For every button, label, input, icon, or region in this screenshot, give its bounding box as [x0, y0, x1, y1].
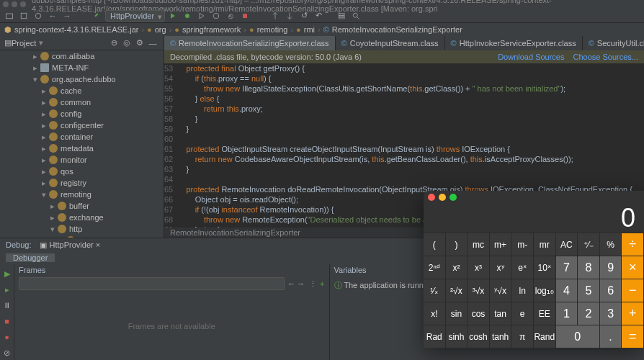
calc-key-m[interactable]: m+: [490, 233, 512, 256]
rerun-icon[interactable]: ▶: [1, 267, 14, 280]
search-icon[interactable]: [349, 9, 362, 22]
stop-icon[interactable]: ■: [1, 315, 14, 328]
calc-key-log[interactable]: log₁₀: [534, 279, 556, 302]
calc-key-sinh[interactable]: sinh: [446, 325, 468, 348]
calc-key-mc[interactable]: mc: [468, 233, 490, 256]
calc-key-ln[interactable]: ln: [511, 279, 534, 302]
calc-key-5[interactable]: 5: [578, 279, 600, 302]
debug-icon[interactable]: [181, 9, 194, 22]
traffic-min[interactable]: [12, 1, 17, 7]
calc-close[interactable]: [428, 194, 435, 201]
download-sources-link[interactable]: Download Sources: [498, 53, 564, 61]
calc-min[interactable]: [439, 194, 446, 201]
tree-item-jetty[interactable]: ▸jetty: [0, 235, 164, 238]
calc-key-[interactable]: +: [622, 302, 644, 325]
tree-item-configcenter[interactable]: ▸configcenter: [0, 120, 164, 131]
tree-item-http[interactable]: ▾http: [0, 223, 164, 235]
calc-key-cosh[interactable]: cosh: [468, 325, 490, 348]
calc-key-[interactable]: π: [511, 325, 534, 348]
calc-key-tanh[interactable]: tanh: [490, 325, 512, 348]
calc-key-tan[interactable]: tan: [490, 302, 512, 325]
resume-icon[interactable]: ▸: [1, 283, 14, 296]
editor-tab[interactable]: ©SecurityUtil.class: [583, 36, 644, 50]
crumb-spring[interactable]: springframework: [182, 25, 241, 34]
tree-item-monitor[interactable]: ▸monitor: [0, 154, 164, 166]
collapse-icon[interactable]: ⊖: [107, 37, 120, 50]
calc-key-sin[interactable]: sin: [446, 302, 468, 325]
traffic-close[interactable]: [3, 1, 9, 7]
crumb-org[interactable]: org: [155, 25, 166, 34]
calc-key-1[interactable]: 1: [556, 302, 578, 325]
rollback-icon[interactable]: ↶: [312, 9, 325, 22]
sync-icon[interactable]: [32, 9, 45, 22]
calc-key-Rad[interactable]: Rad: [424, 325, 446, 348]
editor-tab[interactable]: ©HttpInvokerServiceExporter.class: [445, 36, 583, 50]
calc-key-[interactable]: ⁺∕₋: [578, 233, 600, 256]
calc-key-[interactable]: (: [424, 233, 446, 256]
pause-icon[interactable]: ⏸: [1, 299, 14, 312]
target-icon[interactable]: ◎: [120, 37, 133, 50]
breakpoints-icon[interactable]: ●: [1, 330, 14, 343]
forward-icon[interactable]: →: [61, 9, 73, 22]
tree-item-meta-inf[interactable]: ▸META-INF: [0, 62, 164, 73]
calc-key-8[interactable]: 8: [578, 256, 600, 279]
calc-key-[interactable]: .: [600, 325, 622, 348]
crumb-jar[interactable]: spring-context-4.3.16.RELEASE.jar: [14, 25, 138, 34]
run-icon[interactable]: [166, 9, 179, 22]
calc-max[interactable]: [450, 194, 457, 201]
calc-key-EE[interactable]: EE: [534, 302, 556, 325]
tree-item-com-alibaba[interactable]: ▸com.alibaba: [0, 50, 164, 62]
tree-item-common[interactable]: ▸common: [0, 96, 164, 108]
calc-titlebar[interactable]: [424, 191, 644, 204]
profile-icon[interactable]: [210, 9, 223, 22]
calc-key-x[interactable]: ³√x: [468, 279, 490, 302]
tree-item-exchange[interactable]: ▸exchange: [0, 212, 164, 223]
calc-key-[interactable]: ×: [622, 256, 644, 279]
calc-key-x[interactable]: x!: [424, 302, 446, 325]
debugger-tab[interactable]: Debugger: [6, 253, 55, 262]
calc-key-[interactable]: ¹∕ₓ: [424, 279, 446, 302]
tree-item-buffer[interactable]: ▸buffer: [0, 200, 164, 212]
calc-key-cos[interactable]: cos: [468, 302, 490, 325]
calc-key-e[interactable]: e: [511, 302, 534, 325]
tree-item-remoting[interactable]: ▾remoting: [0, 189, 164, 200]
calc-key-9[interactable]: 9: [600, 256, 622, 279]
calc-key-[interactable]: ÷: [622, 233, 644, 256]
run-config-select[interactable]: HttpProvider▾: [105, 10, 165, 22]
calc-key-x[interactable]: ²√x: [446, 279, 468, 302]
calc-key-10[interactable]: 10ˣ: [534, 256, 556, 279]
calc-key-AC[interactable]: AC: [556, 233, 578, 256]
mute-bp-icon[interactable]: ⊘: [1, 346, 14, 359]
editor-tab[interactable]: ©RemoteInvocationSerializingExporter.cla…: [164, 36, 336, 50]
attach-icon[interactable]: ⎋: [224, 9, 237, 22]
calc-key-x[interactable]: x³: [468, 256, 490, 279]
calc-key-2[interactable]: 2: [578, 302, 600, 325]
calc-key-[interactable]: ): [446, 233, 468, 256]
history-icon[interactable]: ↺: [298, 9, 310, 22]
open-icon[interactable]: [3, 9, 16, 22]
back-icon[interactable]: ←: [46, 9, 59, 22]
hammer-icon[interactable]: [91, 9, 104, 22]
editor-tab[interactable]: ©CoyoteInputStream.class: [336, 36, 445, 50]
calc-key-[interactable]: −: [622, 279, 644, 302]
tree-item-org-apache-dubbo[interactable]: ▾org.apache.dubbo: [0, 73, 164, 85]
project-tree[interactable]: ▸com.alibaba▸META-INF▾org.apache.dubbo▸c…: [0, 50, 164, 238]
calc-key-mr[interactable]: mr: [534, 233, 556, 256]
calc-key-[interactable]: =: [622, 325, 644, 348]
crumb-rmi[interactable]: rmi: [304, 25, 315, 34]
vcs-icon[interactable]: [269, 9, 282, 22]
crumb-class[interactable]: RemoteInvocationSerializingExporter: [332, 25, 462, 34]
calc-key-3[interactable]: 3: [600, 302, 622, 325]
calc-key-x[interactable]: x²: [446, 256, 468, 279]
traffic-max[interactable]: [20, 1, 26, 7]
tree-item-config[interactable]: ▸config: [0, 108, 164, 120]
tree-item-qos[interactable]: ▸qos: [0, 166, 164, 177]
coverage-icon[interactable]: [195, 9, 208, 22]
hide-icon[interactable]: —: [146, 37, 159, 50]
thread-select[interactable]: [19, 277, 285, 290]
update-icon[interactable]: [283, 9, 296, 22]
calc-key-7[interactable]: 7: [556, 256, 578, 279]
gear-icon[interactable]: ⚙: [133, 37, 146, 50]
tree-item-cache[interactable]: ▸cache: [0, 85, 164, 96]
structure-icon[interactable]: ▤: [335, 9, 348, 22]
